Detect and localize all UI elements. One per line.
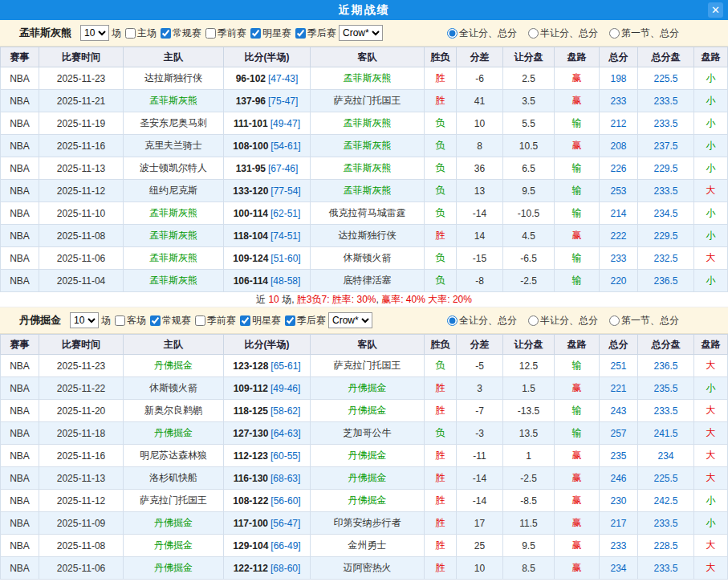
- home-court-checkbox[interactable]: [125, 28, 136, 39]
- date-cell: 2025-11-04: [39, 270, 124, 292]
- handicap-result-cell: 输: [555, 355, 600, 377]
- playoffs-filter[interactable]: 季后赛: [285, 314, 326, 328]
- league-cell: NBA: [1, 225, 39, 247]
- full-handicap-total-radio[interactable]: 全让分、总分: [447, 314, 517, 328]
- total-points: 233: [610, 96, 626, 107]
- regular-season-filter[interactable]: 常规赛: [150, 314, 191, 328]
- home-team-cell: 孟菲斯灰熊: [124, 247, 224, 270]
- first-quarter-total-radio[interactable]: 第一节、总分: [609, 26, 679, 40]
- total-cell: 235: [600, 445, 638, 467]
- radio-input[interactable]: [447, 28, 458, 39]
- column-header: 总分: [600, 47, 638, 67]
- handicap-cell: -8.5: [503, 490, 555, 512]
- away-team-name: 丹佛掘金: [348, 450, 387, 461]
- preseason-checkbox[interactable]: [195, 315, 205, 326]
- preseason-filter[interactable]: 季前赛: [205, 26, 246, 40]
- result-cell: 胜: [425, 225, 457, 247]
- away-team-name: 萨克拉门托国王: [334, 95, 401, 106]
- radio-input[interactable]: [447, 315, 458, 326]
- radio-input[interactable]: [609, 315, 620, 326]
- home-court-filter[interactable]: 主场: [125, 26, 157, 40]
- home-team-name: 孟菲斯灰熊: [149, 207, 197, 218]
- half-handicap-total-radio[interactable]: 半让分、总分: [528, 314, 598, 328]
- game-date: 2025-11-06: [57, 253, 106, 264]
- first-quarter-total-radio[interactable]: 第一节、总分: [609, 314, 679, 328]
- close-icon[interactable]: ✕: [708, 2, 723, 18]
- total-points: 226: [610, 163, 626, 174]
- result-cell: 胜: [425, 90, 457, 112]
- half-handicap-total-radio[interactable]: 半让分、总分: [528, 26, 598, 40]
- away-team-cell: 印第安纳步行者: [311, 512, 425, 535]
- games-count-select[interactable]: 10: [80, 25, 109, 41]
- playoffs-checkbox[interactable]: [285, 315, 295, 326]
- column-header: 赛事: [1, 47, 39, 67]
- away-team-cell: 丹佛掘金: [311, 490, 425, 512]
- full-handicap-total-radio[interactable]: 全让分、总分: [447, 26, 517, 40]
- allstar-checkbox[interactable]: [250, 28, 261, 39]
- league-label: NBA: [10, 163, 30, 174]
- diff-cell: -3: [457, 422, 503, 445]
- checkbox-label: 季前赛: [218, 26, 246, 40]
- radio-input[interactable]: [528, 28, 539, 39]
- handicap-result-flag: 赢: [572, 140, 582, 151]
- away-team-name: 丹佛掘金: [348, 405, 387, 416]
- playoffs-checkbox[interactable]: [295, 28, 306, 39]
- allstar-filter[interactable]: 明星赛: [240, 314, 281, 328]
- result-cell: 胜: [425, 490, 457, 512]
- regular-season-checkbox[interactable]: [161, 28, 171, 39]
- win-loss-flag: 负: [436, 252, 445, 263]
- radio-input[interactable]: [528, 315, 539, 326]
- over-under-flag: 小: [706, 275, 716, 286]
- checkbox-label: 季后赛: [297, 314, 326, 328]
- over-under-flag: 大: [706, 360, 716, 371]
- handicap-result-cell: 输: [555, 112, 600, 135]
- radio-input[interactable]: [609, 28, 620, 39]
- away-team-name: 孟菲斯灰熊: [344, 117, 392, 128]
- preseason-filter[interactable]: 季前赛: [195, 314, 236, 328]
- handicap-cell: 5.5: [503, 112, 555, 135]
- odds-source-select[interactable]: Crow*: [328, 312, 372, 328]
- score-diff: -6: [475, 73, 484, 84]
- game-date: 2025-11-08: [57, 230, 106, 242]
- handicap-result-cell: 赢: [555, 557, 600, 580]
- handicap-result-flag: 输: [572, 252, 582, 263]
- score-diff: -14: [473, 495, 486, 507]
- column-header: 总分盘: [638, 47, 694, 67]
- total-line-cell: 235.5: [638, 377, 694, 400]
- result-cell: 负: [425, 355, 457, 377]
- total-points: 246: [610, 473, 626, 484]
- nuggets-filter-bar: 丹佛掘金 10 场 客场 常规赛 季前赛 明星赛 季后赛 Crow* 全让分、总…: [0, 307, 728, 334]
- home-team-name: 孟菲斯灰熊: [149, 95, 197, 106]
- handicap-cell: 11.5: [503, 512, 555, 535]
- games-count-select[interactable]: 10: [70, 312, 99, 328]
- column-header: 胜负: [425, 335, 457, 355]
- odds-source-select[interactable]: Crow*: [339, 25, 383, 41]
- regular-season-checkbox[interactable]: [150, 315, 161, 326]
- allstar-filter[interactable]: 明星赛: [250, 26, 291, 40]
- over-under-flag: 大: [706, 562, 716, 573]
- away-court-checkbox[interactable]: [115, 315, 125, 326]
- handicap-line: 2.5: [522, 73, 535, 84]
- regular-season-filter[interactable]: 常规赛: [161, 26, 201, 40]
- preseason-checkbox[interactable]: [205, 28, 216, 39]
- away-team-cell: 迈阿密热火: [311, 557, 425, 580]
- market-type-radios: 全让分、总分 半让分、总分 第一节、总分: [447, 314, 679, 328]
- league-cell: NBA: [1, 67, 39, 90]
- away-team-cell: 芝加哥公牛: [311, 422, 425, 445]
- away-team-name: 孟菲斯灰熊: [344, 140, 392, 151]
- total-cell: 233: [600, 247, 638, 270]
- playoffs-filter[interactable]: 季后赛: [295, 26, 336, 40]
- game-date: 2025-11-19: [57, 118, 106, 129]
- total-points: 233: [610, 540, 626, 551]
- handicap-result-cell: 赢: [555, 225, 600, 247]
- half-score: [67-46]: [268, 163, 298, 174]
- league-cell: NBA: [1, 180, 39, 202]
- away-team-name: 休斯顿火箭: [344, 252, 392, 263]
- score-diff: 8: [477, 140, 482, 152]
- allstar-checkbox[interactable]: [240, 315, 250, 326]
- away-court-filter[interactable]: 客场: [115, 314, 146, 328]
- win-loss-flag: 负: [436, 185, 445, 196]
- over-under-cell: 小: [694, 202, 728, 225]
- handicap-line: 8.5: [522, 563, 535, 574]
- over-under-cell: 大: [694, 467, 728, 490]
